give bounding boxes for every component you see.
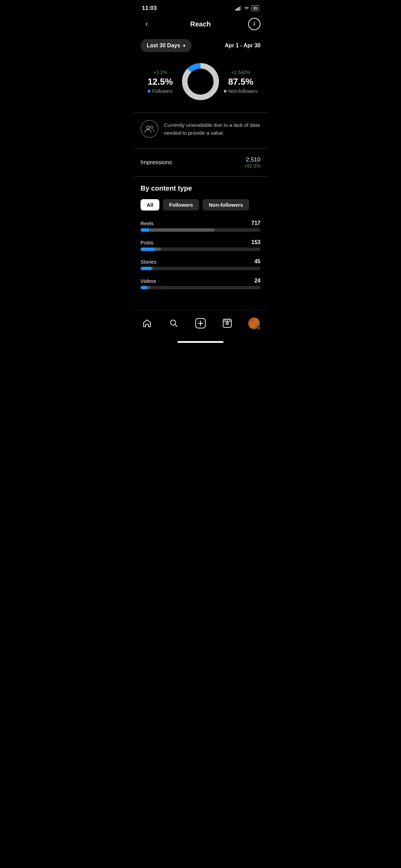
nav-home[interactable] [139, 315, 155, 331]
nonfollowers-label: Non-followers [221, 88, 260, 94]
bar-fill-blue-posts [141, 248, 155, 251]
home-icon [142, 318, 152, 328]
unavailable-message: Currently unavailable due to a lack of d… [164, 120, 260, 137]
svg-point-5 [185, 66, 216, 97]
bar-item-stories: Stories 45 [141, 258, 260, 270]
bottom-nav [134, 311, 267, 338]
followers-label: Followers [141, 88, 180, 94]
bar-value-posts: 153 [251, 239, 260, 245]
impressions-count: 2,510 [244, 156, 260, 163]
bar-fill-gray-videos [147, 286, 150, 289]
info-button[interactable]: i [248, 18, 260, 30]
svg-line-10 [175, 325, 178, 327]
followers-stat: +3.2% 12.5% Followers [141, 70, 180, 94]
nav-profile[interactable] [246, 315, 262, 331]
bar-fill-gray-stories [151, 267, 153, 270]
back-button[interactable]: ‹ [141, 18, 153, 30]
date-filter-row: Last 30 Days ▾ Apr 1 - Apr 30 [134, 36, 267, 58]
bar-fill-blue-stories [141, 267, 151, 270]
bar-value-stories: 45 [254, 258, 260, 265]
bar-value-videos: 24 [254, 278, 260, 284]
unavailable-section: Currently unavailable due to a lack of d… [134, 113, 267, 148]
bar-fill-blue-videos [141, 286, 147, 289]
donut-chart [180, 61, 221, 102]
date-dropdown-label: Last 30 Days [147, 43, 180, 49]
battery-icon: 89 [252, 5, 259, 11]
impressions-label: Impressions [141, 159, 172, 166]
nav-add[interactable] [192, 315, 209, 331]
search-icon [169, 318, 179, 328]
svg-rect-2 [239, 7, 240, 11]
bar-item-reels: Reels 717 [141, 220, 260, 232]
info-icon: i [254, 21, 255, 27]
impressions-values: 2,510 +92.3% [244, 156, 260, 169]
tab-nonfollowers[interactable]: Non-followers [203, 199, 249, 210]
bar-fill-gray-posts [155, 248, 161, 251]
date-range: Apr 1 - Apr 30 [225, 43, 260, 49]
followers-dot [148, 90, 150, 93]
bar-track-videos [141, 286, 260, 289]
status-time: 11:03 [142, 5, 157, 12]
bar-value-reels: 717 [251, 220, 260, 226]
wifi-icon [244, 6, 250, 11]
nonfollowers-change: +2,540% [221, 70, 260, 75]
profile-avatar [248, 317, 260, 329]
back-arrow-icon: ‹ [145, 20, 148, 28]
home-indicator [178, 341, 223, 343]
bar-track-stories [141, 267, 260, 270]
status-bar: 11:03 89 [134, 0, 267, 14]
bar-track-reels [141, 228, 260, 232]
bar-track-posts [141, 248, 260, 251]
nonfollowers-stat: +2,540% 87.5% Non-followers [221, 70, 260, 94]
signal-icon [235, 6, 242, 11]
nonfollowers-percent: 87.5% [221, 76, 260, 87]
date-dropdown[interactable]: Last 30 Days ▾ [141, 39, 192, 52]
tab-followers[interactable]: Followers [163, 199, 199, 210]
nonfollowers-dot [224, 90, 227, 93]
filter-tabs: All Followers Non-followers [141, 199, 260, 210]
reels-icon [222, 318, 232, 328]
section-title: By content type [141, 184, 260, 192]
notification-dot [257, 326, 260, 330]
svg-rect-3 [240, 6, 241, 11]
add-icon [195, 318, 206, 329]
bar-label-posts: Posts [141, 240, 154, 245]
status-icons: 89 [235, 5, 259, 11]
bar-fill-gray-reels [149, 228, 215, 232]
bar-label-videos: Videos [141, 278, 156, 284]
bar-label-reels: Reels [141, 220, 154, 226]
page-title: Reach [190, 20, 211, 28]
donut-section: +3.2% 12.5% Followers +2,540% 87.5% Non-… [134, 58, 267, 112]
nav-search[interactable] [166, 315, 182, 331]
bar-item-videos: Videos 24 [141, 278, 260, 289]
impressions-row: Impressions 2,510 +92.3% [134, 148, 267, 176]
bar-item-posts: Posts 153 [141, 239, 260, 251]
svg-point-8 [151, 126, 153, 129]
svg-point-16 [227, 323, 228, 324]
users-icon-circle [141, 120, 158, 138]
followers-percent: 12.5% [141, 76, 180, 87]
svg-rect-1 [237, 8, 238, 11]
svg-point-7 [147, 126, 150, 129]
users-icon [145, 125, 154, 133]
nav-reels[interactable] [219, 315, 235, 331]
bar-label-stories: Stories [141, 259, 157, 265]
content-type-section: By content type All Followers Non-follow… [134, 177, 267, 300]
bar-fill-blue-reels [141, 228, 149, 232]
chevron-down-icon: ▾ [183, 43, 185, 48]
followers-change: +3.2% [141, 70, 180, 75]
svg-rect-0 [235, 9, 236, 11]
header: ‹ Reach i [134, 14, 267, 36]
tab-all[interactable]: All [141, 199, 159, 210]
impressions-change: +92.3% [244, 163, 260, 169]
